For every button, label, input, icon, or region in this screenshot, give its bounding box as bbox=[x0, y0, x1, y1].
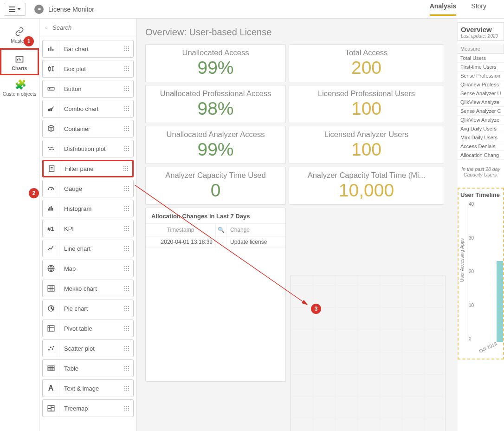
drag-handle-icon[interactable] bbox=[120, 366, 133, 371]
chart-item-gauge[interactable]: Gauge bbox=[42, 180, 134, 197]
chart-item-map[interactable]: Map bbox=[42, 260, 134, 277]
measure-row[interactable]: Sense Profession bbox=[458, 72, 504, 80]
svg-point-30 bbox=[52, 346, 54, 347]
svg-point-12 bbox=[51, 147, 52, 148]
rail-charts[interactable]: Charts bbox=[0, 48, 39, 75]
measure-row[interactable]: Sense Analyzer C bbox=[458, 107, 504, 116]
timeline-xcat: Oct 2019 bbox=[478, 341, 498, 353]
drag-handle-icon[interactable] bbox=[120, 86, 133, 91]
drag-handle-icon[interactable] bbox=[120, 186, 133, 191]
chart-item-label: Text & image bbox=[59, 385, 120, 392]
chart-item-kpi[interactable]: #1 KPI bbox=[42, 220, 134, 237]
measure-row[interactable]: Max Daily Users bbox=[458, 133, 504, 142]
timeline-ylabel: User Accessing Apps bbox=[459, 238, 465, 282]
drag-handle-icon[interactable] bbox=[120, 286, 133, 291]
chart-item-box-plot[interactable]: Box plot bbox=[42, 60, 134, 78]
chart-item-filter-pane[interactable]: Filter pane bbox=[42, 160, 134, 177]
kpi-card[interactable]: Total Access 200 bbox=[289, 44, 444, 82]
drag-handle-icon[interactable] bbox=[120, 146, 133, 151]
drag-handle-icon[interactable] bbox=[120, 206, 133, 211]
measure-row[interactable]: QlikView Profess bbox=[458, 80, 504, 89]
line-chart-icon bbox=[43, 240, 59, 257]
col-change[interactable]: Change bbox=[226, 224, 285, 236]
empty-drop-zone[interactable] bbox=[290, 275, 446, 431]
measure-row[interactable]: Allocation Chang bbox=[458, 151, 504, 160]
chart-item-distribution-plot[interactable]: Distribution plot bbox=[42, 140, 134, 157]
kpi-value: 0 bbox=[149, 181, 283, 201]
drag-handle-icon[interactable] bbox=[120, 386, 133, 391]
drag-handle-icon[interactable] bbox=[120, 46, 133, 51]
svg-point-29 bbox=[52, 348, 53, 350]
measure-row[interactable]: QlikView Analyze bbox=[458, 116, 504, 124]
svg-rect-9 bbox=[51, 109, 52, 111]
filter-pane-icon bbox=[44, 161, 60, 176]
measure-row[interactable]: Sense Analyzer U bbox=[458, 89, 504, 98]
drag-handle-icon[interactable] bbox=[120, 326, 133, 331]
drag-handle-icon[interactable] bbox=[120, 106, 133, 111]
kpi-card[interactable]: Analyzer Capacity Total Time (Mi... 10,0… bbox=[289, 167, 444, 205]
chart-item-pie-chart[interactable]: Pie chart bbox=[42, 300, 134, 317]
link-icon bbox=[15, 27, 24, 36]
col-timestamp[interactable]: Timestamp bbox=[146, 224, 215, 236]
chart-item-pivot-table[interactable]: Pivot table bbox=[42, 320, 134, 337]
svg-point-7 bbox=[49, 88, 50, 89]
kpi-value: 100 bbox=[292, 99, 441, 119]
drag-handle-icon[interactable] bbox=[119, 166, 132, 171]
measure-row[interactable]: First-time Users bbox=[458, 63, 504, 72]
svg-point-15 bbox=[50, 149, 51, 150]
chart-item-label: Pie chart bbox=[59, 305, 120, 312]
chart-item-histogram[interactable]: Histogram bbox=[42, 200, 134, 217]
hamburger-icon bbox=[9, 7, 15, 12]
svg-rect-8 bbox=[48, 110, 49, 111]
timeline-bar bbox=[497, 261, 503, 342]
chart-item-button[interactable]: Button bbox=[42, 80, 134, 98]
sheet-title: Overview: User-based License bbox=[145, 27, 504, 38]
main-menu-button[interactable] bbox=[4, 3, 26, 16]
kpi-card[interactable]: Licensed Professional Users 100 bbox=[289, 85, 444, 123]
measure-row[interactable]: Access Denials bbox=[458, 142, 504, 151]
chart-item-container[interactable]: Container bbox=[42, 120, 134, 137]
drag-handle-icon[interactable] bbox=[120, 266, 133, 271]
chart-item-label: Scatter plot bbox=[59, 345, 120, 352]
chart-item-table[interactable]: Table bbox=[42, 359, 134, 377]
chart-item-scatter-plot[interactable]: Scatter plot bbox=[42, 340, 134, 357]
chart-item-mekko-chart[interactable]: Mekko chart bbox=[42, 280, 134, 297]
svg-point-13 bbox=[52, 147, 53, 148]
svg-point-27 bbox=[48, 349, 50, 351]
kpi-card[interactable]: Licensed Analyzer Users 100 bbox=[289, 126, 444, 164]
scatter-plot-icon bbox=[43, 340, 59, 357]
measure-row[interactable]: Avg Daily Users bbox=[458, 124, 504, 133]
kpi-card[interactable]: Unallocated Professional Access 98% bbox=[145, 85, 286, 123]
col-search-icon[interactable]: 🔍 bbox=[215, 224, 226, 236]
drag-handle-icon[interactable] bbox=[120, 346, 133, 351]
rail-custom-objects[interactable]: 🧩 Custom objects bbox=[0, 76, 39, 100]
kpi-card[interactable]: Unallocated Access 99% bbox=[145, 44, 286, 82]
chart-item-text-image[interactable]: A Text & image bbox=[42, 379, 134, 397]
drag-handle-icon[interactable] bbox=[120, 126, 133, 131]
user-timeline-chart[interactable]: User Timeline User Accessing Apps 010203… bbox=[458, 188, 504, 359]
drag-handle-icon[interactable] bbox=[120, 66, 133, 71]
chart-item-bar-chart[interactable]: Bar chart bbox=[42, 40, 134, 58]
chart-item-treemap[interactable]: Treemap bbox=[42, 399, 134, 417]
kpi-label: Unallocated Access bbox=[149, 48, 283, 57]
kpi-card[interactable]: Unallocated Analyzer Access 99% bbox=[145, 126, 286, 164]
table-row[interactable]: 2020-04-01 13:18:39Update license bbox=[146, 236, 285, 248]
kpi-card[interactable]: Analyzer Capacity Time Used 0 bbox=[145, 167, 286, 205]
chart-item-label: Mekko chart bbox=[59, 285, 120, 292]
drag-handle-icon[interactable] bbox=[120, 306, 133, 311]
tab-analysis[interactable]: Analysis bbox=[430, 2, 457, 16]
search-input[interactable] bbox=[52, 24, 131, 31]
allocation-changes-panel[interactable]: Allocation Changes in Last 7 Days Timest… bbox=[145, 208, 286, 382]
overview-panel[interactable]: Overview Last update: 2020 bbox=[458, 22, 504, 41]
table-icon bbox=[43, 360, 59, 377]
drag-handle-icon[interactable] bbox=[120, 406, 133, 411]
drag-handle-icon[interactable] bbox=[120, 246, 133, 251]
chart-item-line-chart[interactable]: Line chart bbox=[42, 240, 134, 257]
measure-row[interactable]: Total Users bbox=[458, 54, 504, 63]
drag-handle-icon[interactable] bbox=[120, 226, 133, 231]
treemap-icon bbox=[43, 400, 59, 417]
tab-story[interactable]: Story bbox=[471, 2, 486, 16]
combo-chart-icon bbox=[43, 100, 59, 117]
measure-row[interactable]: QlikView Analyze bbox=[458, 98, 504, 107]
chart-item-combo-chart[interactable]: Combo chart bbox=[42, 100, 134, 118]
